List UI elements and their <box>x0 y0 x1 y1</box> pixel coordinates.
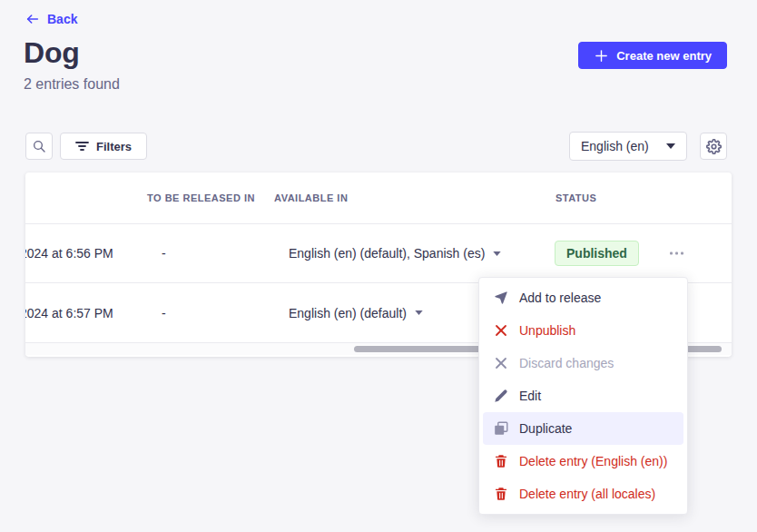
trash-icon <box>494 454 508 468</box>
paper-plane-icon <box>494 291 508 305</box>
filter-icon <box>75 141 89 152</box>
search-icon <box>32 139 46 153</box>
menu-item-delete-entry-all-locales[interactable]: Delete entry (all locales) <box>483 478 683 510</box>
available-in-value: English (en) (default), Spanish (es) <box>289 246 485 261</box>
locale-selected-value: English (en) <box>581 139 649 153</box>
chevron-down-icon <box>415 310 423 315</box>
pencil-icon <box>494 389 508 403</box>
duplicate-icon <box>494 421 508 436</box>
menu-item-label: Unpublish <box>519 323 575 338</box>
trash-icon <box>494 487 508 501</box>
available-in-value: English (en) (default) <box>289 306 407 320</box>
row-actions-button[interactable] <box>664 247 689 261</box>
cross-icon <box>494 356 508 370</box>
menu-item-label: Duplicate <box>519 421 572 436</box>
menu-item-delete-entry-locale[interactable]: Delete entry (English (en)) <box>483 445 683 478</box>
create-new-entry-button[interactable]: Create new entry <box>578 42 727 69</box>
cross-icon <box>494 323 508 338</box>
menu-item-edit[interactable]: Edit <box>483 379 683 412</box>
chevron-down-icon <box>666 143 675 149</box>
filters-button[interactable]: Filters <box>60 133 147 160</box>
table-header-row: TO BE RELEASED IN AVAILABLE IN STATUS <box>25 172 732 224</box>
menu-item-duplicate[interactable]: Duplicate <box>483 412 683 445</box>
plus-icon <box>594 48 609 64</box>
to-be-released-in-cell: - <box>162 306 166 320</box>
more-options-icon <box>670 252 683 255</box>
updated-at-cell: 2024 at 6:57 PM <box>25 306 113 320</box>
column-header-available-in[interactable]: AVAILABLE IN <box>274 192 348 203</box>
entries-count: 2 entries found <box>24 76 120 93</box>
arrow-left-icon <box>25 12 40 26</box>
available-in-cell[interactable]: English (en) (default) <box>289 306 423 320</box>
row-actions-menu: Add to release Unpublish Discard changes… <box>478 277 688 515</box>
table-row[interactable]: 2024 at 6:56 PM - English (en) (default)… <box>25 224 732 283</box>
to-be-released-in-cell: - <box>162 246 166 261</box>
column-header-status[interactable]: STATUS <box>555 192 596 203</box>
gear-icon <box>706 139 722 154</box>
create-button-label: Create new entry <box>616 49 712 63</box>
status-cell: Published <box>555 241 639 266</box>
menu-item-label: Delete entry (all locales) <box>519 487 655 501</box>
settings-button[interactable] <box>700 133 727 160</box>
menu-item-label: Discard changes <box>519 356 614 370</box>
chevron-down-icon <box>493 251 501 256</box>
menu-item-add-to-release[interactable]: Add to release <box>483 281 683 314</box>
back-link[interactable]: Back <box>25 12 77 26</box>
status-badge: Published <box>555 241 639 266</box>
updated-at-cell: 2024 at 6:56 PM <box>25 246 113 261</box>
locale-select[interactable]: English (en) <box>569 132 687 161</box>
page-title: Dog <box>24 36 80 70</box>
search-button[interactable] <box>25 133 53 160</box>
filters-label: Filters <box>96 140 132 153</box>
menu-item-unpublish[interactable]: Unpublish <box>483 314 683 347</box>
column-header-to-be-released-in[interactable]: TO BE RELEASED IN <box>147 192 255 203</box>
menu-item-label: Add to release <box>519 291 601 305</box>
menu-item-label: Edit <box>519 389 541 403</box>
available-in-cell[interactable]: English (en) (default), Spanish (es) <box>289 246 501 261</box>
menu-item-label: Delete entry (English (en)) <box>519 454 667 468</box>
back-label: Back <box>47 12 77 26</box>
menu-item-discard-changes[interactable]: Discard changes <box>483 347 683 379</box>
